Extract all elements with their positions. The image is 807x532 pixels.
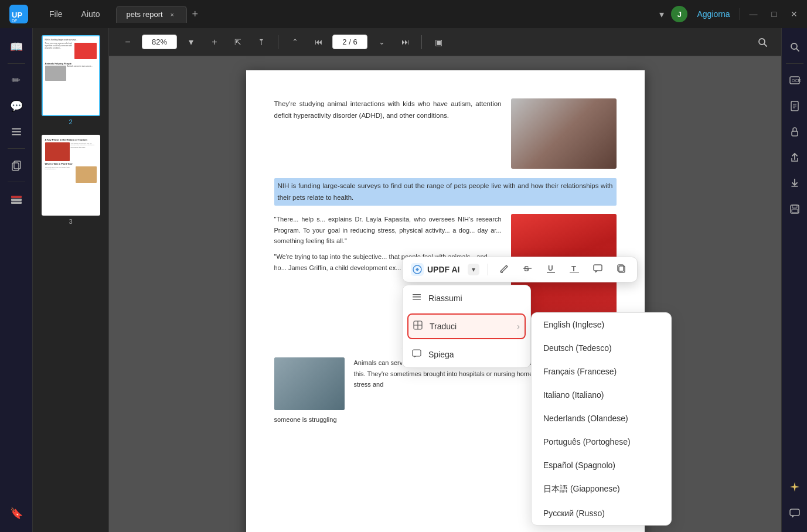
sidebar-icon-comment[interactable]: 💬 <box>5 94 28 118</box>
toolbar-right <box>753 33 772 52</box>
zoom-out-button[interactable]: − <box>118 33 137 52</box>
menu-item-riassumi[interactable]: Riassumi <box>403 285 530 311</box>
page-top-button[interactable]: ⏮ <box>309 33 328 52</box>
lang-nederlands[interactable]: Nederlands (Olandese) <box>532 407 671 430</box>
svg-rect-6 <box>12 163 19 170</box>
riassumi-icon <box>412 292 421 304</box>
spiega-label: Spiega <box>428 350 454 359</box>
page-total: 6 <box>353 37 357 46</box>
copy-icon <box>11 159 22 171</box>
lang-russian[interactable]: Русский (Russo) <box>532 502 671 525</box>
pdf-top-section: They're studying animal interactions wit… <box>274 98 617 169</box>
thumb-num-2: 2 <box>69 118 72 125</box>
tab-close-button[interactable]: × <box>168 10 177 19</box>
toolbar-separator-2 <box>421 35 422 49</box>
fit-width-button[interactable]: ⤒ <box>252 33 271 52</box>
sidebar-icon-layers[interactable] <box>5 187 28 210</box>
right-search-icon <box>789 42 800 52</box>
ai-underline-button[interactable]: U <box>543 262 559 277</box>
sidebar-icon-book[interactable]: 📖 <box>5 35 28 59</box>
lang-francais[interactable]: Français (Francese) <box>532 360 671 383</box>
pdf-viewport[interactable]: They're studying animal interactions wit… <box>109 56 781 532</box>
thumb-image-3: A Key Phase in the History of Tourism Th… <box>42 135 100 216</box>
traduci-arrow: › <box>517 322 520 331</box>
chat-icon <box>789 507 801 519</box>
document-icon <box>789 101 800 111</box>
right-ocr-button[interactable]: OCR <box>783 69 806 92</box>
nav-aiuto[interactable]: Aiuto <box>72 7 110 21</box>
right-search-button[interactable] <box>783 35 806 59</box>
svg-rect-3 <box>12 128 21 129</box>
lang-deutsch[interactable]: Deutsch (Tedesco) <box>532 336 671 360</box>
ai-dropdown-button[interactable]: ▾ <box>468 264 479 275</box>
save-icon <box>789 204 800 214</box>
nav-file[interactable]: File <box>40 7 72 21</box>
maximize-button[interactable]: □ <box>767 7 781 21</box>
layers-icon <box>10 192 23 205</box>
aggiorna-button[interactable]: Aggiorna <box>692 7 734 21</box>
pdf-selected-text: NIH is funding large-scale surveys to fi… <box>274 178 617 206</box>
thumb-num-3: 3 <box>69 218 72 225</box>
close-button[interactable]: ✕ <box>786 7 802 21</box>
fit-page-button[interactable]: ⇱ <box>229 33 247 52</box>
lang-english[interactable]: English (Inglese) <box>532 313 671 336</box>
user-avatar[interactable]: J <box>671 6 687 22</box>
right-download-button[interactable] <box>783 172 806 195</box>
right-ai-button[interactable] <box>783 476 806 499</box>
right-lock-button[interactable] <box>783 120 806 144</box>
page-bottom-button[interactable]: ⏭ <box>396 33 414 52</box>
ai-strikethrough-button[interactable]: S <box>520 262 535 277</box>
tab-pets-report[interactable]: pets report × <box>116 6 186 23</box>
comment-icon <box>593 263 603 274</box>
text-icon: T <box>569 263 580 274</box>
copy-ai-icon <box>616 263 626 274</box>
ai-comment-button[interactable] <box>590 262 605 277</box>
list-icon <box>11 126 22 138</box>
thumbnail-page-3[interactable]: A Key Phase in the History of Tourism Th… <box>38 135 104 225</box>
left-sidebar: 📖 ✏ 💬 🔖 <box>0 28 33 532</box>
ai-copy-button[interactable] <box>614 262 629 277</box>
lang-portugues[interactable]: Português (Portoghese) <box>532 430 671 453</box>
context-menu: Riassumi Traduci › <box>402 285 531 368</box>
zoom-dropdown-button[interactable]: ▾ <box>182 33 200 52</box>
page-up-button[interactable]: ⌃ <box>285 33 304 52</box>
zoom-in-button[interactable]: + <box>205 33 224 52</box>
tab-add-button[interactable]: + <box>187 6 203 22</box>
right-share-button[interactable] <box>783 146 806 169</box>
menu-item-traduci[interactable]: Traduci › <box>407 313 526 339</box>
ai-highlight-button[interactable] <box>496 262 512 277</box>
main-area: 📖 ✏ 💬 🔖 <box>0 28 807 532</box>
lang-japanese[interactable]: 日本語 (Giapponese) <box>532 477 671 502</box>
content-area: − 82% ▾ + ⇱ ⤒ ⌃ ⏮ 2 / 6 ⌄ ⏭ ▣ <box>109 28 781 532</box>
sidebar-icon-edit[interactable]: ✏ <box>5 69 28 92</box>
svg-rect-25 <box>413 294 421 295</box>
ai-text-button[interactable]: T <box>567 262 582 277</box>
lang-espanol[interactable]: Español (Spagnolo) <box>532 453 671 477</box>
pdf-para-mid: "There... help s... explains Dr. Layla F… <box>274 214 502 247</box>
svg-rect-5 <box>12 134 21 135</box>
riassumi-label: Riassumi <box>428 294 462 303</box>
svg-text:U: U <box>548 264 553 272</box>
right-save-button[interactable] <box>783 197 806 221</box>
right-doc-button[interactable] <box>783 94 806 118</box>
minimize-button[interactable]: — <box>745 7 762 21</box>
sidebar-icon-bookmark[interactable]: 🔖 <box>5 502 28 525</box>
titlebar: UP DF File Aiuto pets report × + ▾ J Agg… <box>0 0 807 28</box>
search-icon-button[interactable] <box>753 33 772 52</box>
sidebar-icon-copy[interactable] <box>5 154 28 177</box>
thumbnail-page-2[interactable]: NIH is funding large-scale surveys... Th… <box>38 35 104 125</box>
lang-italiano[interactable]: Italiano (Italiano) <box>532 383 671 407</box>
nav-bar: File Aiuto <box>40 7 109 21</box>
tab-dropdown-button[interactable]: ▾ <box>655 6 669 22</box>
thumb-image-2: NIH is funding large-scale surveys... Th… <box>42 35 100 116</box>
download-icon <box>789 178 800 189</box>
explain-icon <box>412 349 421 358</box>
traduci-icon <box>413 320 423 332</box>
right-chat-button[interactable] <box>783 502 806 525</box>
menu-item-spiega[interactable]: Spiega <box>403 342 530 367</box>
page-down-button[interactable]: ⌄ <box>372 33 391 52</box>
present-button[interactable]: ▣ <box>429 33 448 52</box>
page-number-display[interactable]: 2 / 6 <box>332 35 367 49</box>
zoom-value-display[interactable]: 82% <box>142 35 177 49</box>
sidebar-icon-list[interactable] <box>5 120 28 144</box>
